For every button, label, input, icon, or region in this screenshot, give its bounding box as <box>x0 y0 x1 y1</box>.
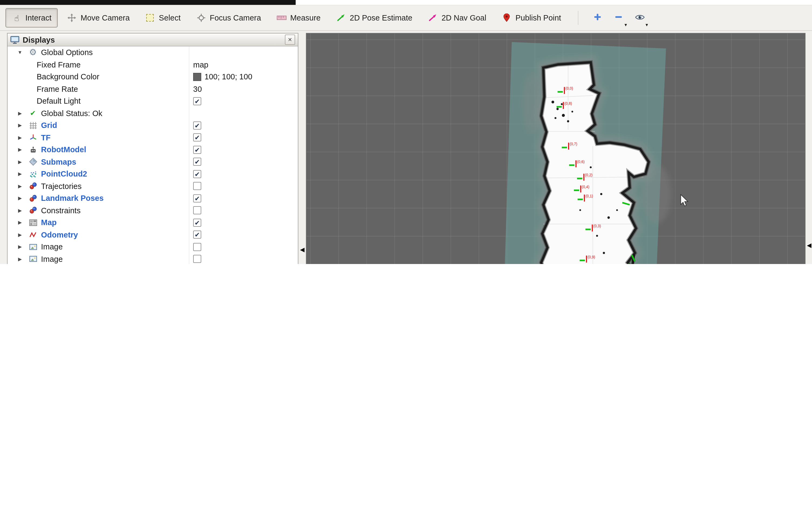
splitter-collapse-right-button[interactable]: ◀ <box>807 242 811 248</box>
tool-label: Publish Point <box>516 14 561 22</box>
expander-closed-icon[interactable]: ▶ <box>15 147 25 153</box>
splitter-collapse-left-button[interactable]: ◀ <box>300 247 305 253</box>
tool-focus-camera[interactable]: Focus Camera <box>190 8 267 28</box>
tool-label: Interact <box>25 14 52 22</box>
tool-label: Measure <box>290 14 321 22</box>
displays-panel: Displays ✕ ▼⚙Global OptionsFixed Framema… <box>7 33 299 264</box>
checkbox-map[interactable]: ✔ <box>193 219 201 227</box>
display-row-global-status-ok[interactable]: ▶✔Global Status: Ok <box>8 107 298 119</box>
display-row-pointcloud2[interactable]: ▶PointCloud2✔ <box>8 168 298 180</box>
row-value-col <box>189 182 298 190</box>
row-label-col: Default Light <box>8 97 189 105</box>
display-row-trajectories[interactable]: ▶Trajectories <box>8 180 298 192</box>
row-label-col: ▶Map <box>8 218 189 227</box>
expander-closed-icon[interactable]: ▶ <box>15 220 25 225</box>
tool-select[interactable]: Select <box>139 8 187 28</box>
eye-view-icon <box>635 13 645 23</box>
tool-measure[interactable]: Measure <box>270 8 327 28</box>
display-label: PointCloud2 <box>41 170 87 179</box>
3d-viewport[interactable]: (0,0)(0,8)(0,7)(0,6)(0,2)(0,4)(0,1)(0,3)… <box>306 33 806 264</box>
balls-icon <box>27 182 39 190</box>
row-label-col: ▶Submaps <box>8 158 189 166</box>
toolbar-separator <box>578 11 578 25</box>
expander-closed-icon[interactable]: ▶ <box>15 232 25 238</box>
checkbox-default-light[interactable]: ✔ <box>193 97 201 105</box>
checkbox-image[interactable] <box>193 255 201 263</box>
expander-closed-icon[interactable]: ▶ <box>15 244 25 250</box>
checkbox-image[interactable] <box>193 243 201 251</box>
balls-icon <box>27 206 39 215</box>
expander-closed-icon[interactable]: ▶ <box>15 111 25 116</box>
row-label-col: ▶✔Global Status: Ok <box>8 109 189 118</box>
color-swatch[interactable] <box>193 73 201 81</box>
checkbox-pointcloud2[interactable]: ✔ <box>193 170 201 178</box>
display-row-landmark-poses[interactable]: ▶Landmark Poses✔ <box>8 192 298 204</box>
display-row-image[interactable]: ▶Image <box>8 241 298 253</box>
expander-open-icon[interactable]: ▼ <box>15 50 25 55</box>
view-button-visibility[interactable]: ▾ <box>631 10 649 26</box>
display-label: Frame Rate <box>37 85 78 94</box>
expander-closed-icon[interactable]: ▶ <box>15 159 25 165</box>
tool-2d-nav-goal[interactable]: 2D Nav Goal <box>422 8 493 28</box>
expander-closed-icon[interactable]: ▶ <box>15 208 25 213</box>
expander-closed-icon[interactable]: ▶ <box>15 171 25 177</box>
balls-icon <box>27 194 39 202</box>
display-row-fixed-frame[interactable]: Fixed Framemap <box>8 59 298 71</box>
row-label-col: Background Color <box>8 73 189 81</box>
display-row-global-options[interactable]: ▼⚙Global Options <box>8 46 298 59</box>
display-row-robotmodel[interactable]: ▶RobotModel✔ <box>8 144 298 156</box>
checkbox-odometry[interactable]: ✔ <box>193 231 201 239</box>
checkbox-constraints[interactable] <box>193 206 201 215</box>
row-value-col: 100; 100; 100 <box>189 73 298 81</box>
display-row-submaps[interactable]: ▶Submaps✔ <box>8 156 298 168</box>
expander-closed-icon[interactable]: ▶ <box>15 256 25 262</box>
expander-closed-icon[interactable]: ▶ <box>15 135 25 140</box>
value-text[interactable]: map <box>193 60 208 69</box>
display-row-grid[interactable]: ▶Grid✔ <box>8 119 298 131</box>
display-row-frame-rate[interactable]: Frame Rate30 <box>8 83 298 95</box>
display-row-odometry[interactable]: ▶Odometry✔ <box>8 229 298 241</box>
row-label-col: ▶Grid <box>8 121 189 130</box>
titlebar-remnant <box>0 0 296 5</box>
display-label: Constraints <box>41 206 81 215</box>
landmark-label: (0,7) <box>570 142 577 146</box>
expander-closed-icon[interactable]: ▶ <box>15 123 25 128</box>
tool-publish-point[interactable]: Publish Point <box>496 8 568 28</box>
checkbox-submaps[interactable]: ✔ <box>193 158 201 166</box>
checkbox-tf[interactable]: ✔ <box>193 133 201 142</box>
tool-move-camera[interactable]: Move Camera <box>61 8 136 28</box>
display-label: Global Options <box>41 48 93 57</box>
toolbar: ☝InteractMove CameraSelectFocus CameraMe… <box>0 5 812 31</box>
checkbox-trajectories[interactable] <box>193 182 201 190</box>
display-row-default-light[interactable]: Default Light✔ <box>8 95 298 107</box>
view-button-add-view[interactable] <box>589 10 607 26</box>
row-value-col: 30 <box>189 85 298 94</box>
displays-panel-title: Displays <box>23 35 281 44</box>
row-label-col: ▶Odometry <box>8 230 189 239</box>
checkbox-landmark-poses[interactable]: ✔ <box>193 194 201 202</box>
row-label-col: ▶Image <box>8 243 189 251</box>
landmark-label: (0,2) <box>585 173 592 177</box>
display-row-constraints[interactable]: ▶Constraints <box>8 204 298 216</box>
row-label-col: ▶Landmark Poses <box>8 194 189 203</box>
expander-closed-icon[interactable]: ▶ <box>15 196 25 201</box>
display-row-map[interactable]: ▶Map✔ <box>8 216 298 229</box>
view-button-remove-view[interactable]: ▾ <box>610 10 628 26</box>
tool-2d-pose-estimate[interactable]: 2D Pose Estimate <box>330 8 419 28</box>
row-value-col: map <box>189 60 298 69</box>
hand-icon: ☝ <box>12 13 21 23</box>
display-row-image[interactable]: ▶Image <box>8 253 298 264</box>
tool-interact[interactable]: ☝Interact <box>5 8 58 28</box>
plus-view-icon <box>594 13 602 23</box>
display-row-tf[interactable]: ▶TF✔ <box>8 131 298 144</box>
displays-tree[interactable]: ▼⚙Global OptionsFixed FramemapBackground… <box>8 46 298 264</box>
checkbox-robotmodel[interactable]: ✔ <box>193 146 201 154</box>
checkbox-grid[interactable]: ✔ <box>193 122 201 130</box>
displays-close-button[interactable]: ✕ <box>285 34 295 45</box>
expander-closed-icon[interactable]: ▶ <box>15 184 25 189</box>
value-text[interactable]: 30 <box>193 85 202 94</box>
display-label: Grid <box>41 121 57 130</box>
landmark-label: (0,6) <box>577 160 584 164</box>
display-row-background-color[interactable]: Background Color100; 100; 100 <box>8 71 298 83</box>
display-label: Map <box>41 218 57 227</box>
